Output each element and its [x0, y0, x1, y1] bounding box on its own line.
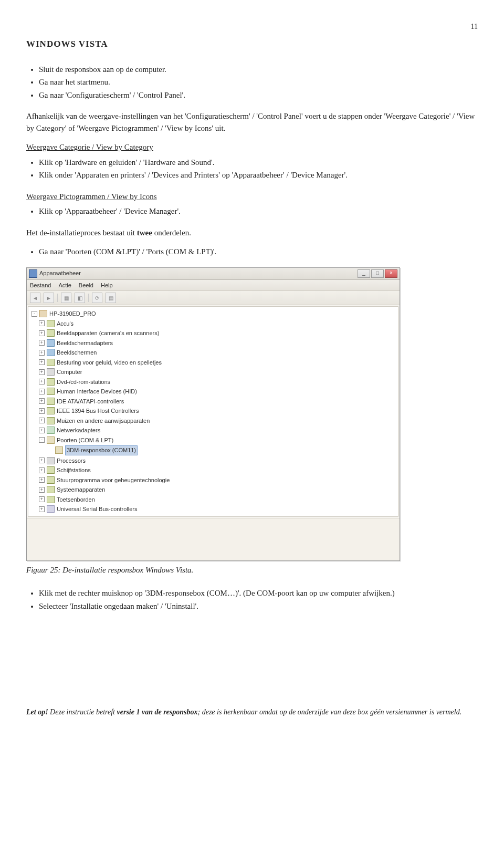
list-item: Ga naar 'Configuratiescherm' / 'Control …	[39, 89, 478, 101]
expand-icon[interactable]: +	[39, 496, 45, 502]
device-icon	[47, 388, 55, 395]
app-icon	[29, 269, 37, 278]
intro-bullet-list: Sluit de responsbox aan op de computer. …	[26, 64, 478, 101]
tree-node[interactable]: +Dvd-/cd-rom-stations	[29, 377, 397, 387]
page-number: 11	[26, 21, 478, 32]
tree-label: Besturing voor geluid, video en spelletj…	[57, 358, 162, 367]
list-item: Ga naar 'Poorten (COM &LPT)' / 'Ports (C…	[39, 246, 478, 258]
expand-icon[interactable]: +	[39, 418, 45, 423]
expand-icon[interactable]: +	[39, 428, 45, 433]
expand-icon[interactable]: +	[39, 359, 45, 365]
device-icon	[47, 417, 55, 424]
tree-node[interactable]: +Muizen en andere aanwijsapparaten	[29, 416, 397, 426]
expand-icon[interactable]: +	[39, 506, 45, 512]
expand-icon[interactable]: +	[39, 408, 45, 414]
toolbar: ◄ ► ▦ ◧ ⟳ ▤	[27, 291, 400, 305]
tree-root[interactable]: - HP-3190ED_PRO	[29, 309, 397, 319]
expand-icon[interactable]: -	[39, 437, 45, 443]
expand-icon[interactable]: +	[39, 340, 45, 346]
computer-icon	[39, 310, 47, 317]
tree-node[interactable]: +Systeemapparaten	[29, 485, 397, 495]
tree-label: Poorten (COM & LPT)	[57, 436, 113, 445]
close-button[interactable]: ×	[385, 269, 397, 278]
toolbar-icon[interactable]: ▦	[61, 293, 71, 303]
tree-label: Universal Serial Bus-controllers	[57, 505, 137, 514]
tree-node[interactable]: +Processors	[29, 456, 397, 466]
device-icon	[47, 339, 55, 347]
two-parts-line: Het de-installatieproces bestaat uit twe…	[26, 227, 478, 239]
menu-action[interactable]: Actie	[58, 281, 71, 290]
tree-label: 3DM-responsbox (COM11)	[65, 445, 138, 455]
ports-bullet-list: Ga naar 'Poorten (COM &LPT)' / 'Ports (C…	[26, 246, 478, 258]
device-icon	[47, 476, 55, 484]
list-item: Ga naar het startmenu.	[39, 76, 478, 88]
menu-file[interactable]: Bestand	[30, 281, 51, 290]
tree-node[interactable]: +IEEE 1394 Bus Host Controllers	[29, 406, 397, 416]
expand-icon[interactable]: +	[39, 379, 45, 384]
list-item: Klik onder 'Apparaten en printers' / 'De…	[39, 169, 478, 181]
tree-node[interactable]: +Beeldschermen	[29, 348, 397, 358]
menu-help[interactable]: Help	[101, 281, 113, 290]
tree-node[interactable]: +Beeldschermadapters	[29, 338, 397, 348]
tree-label: Beeldschermadapters	[57, 339, 113, 348]
tree-label: Muizen en andere aanwijsapparaten	[57, 417, 150, 425]
device-icon	[47, 466, 55, 474]
view-by-icons-heading: Weergave Pictogrammen / View by Icons	[26, 191, 478, 203]
menubar: Bestand Actie Beeld Help	[27, 280, 400, 292]
device-icon	[47, 505, 55, 513]
tree-label: Toetsenborden	[57, 495, 95, 504]
window-title: Apparaatbeheer	[39, 269, 81, 278]
forward-button[interactable]: ►	[44, 293, 54, 303]
expand-icon[interactable]: +	[39, 458, 45, 463]
collapse-icon[interactable]: -	[32, 311, 37, 317]
maximize-button[interactable]: □	[371, 269, 384, 278]
tree-node[interactable]: +Universal Serial Bus-controllers	[29, 504, 397, 514]
device-icon	[47, 349, 55, 356]
tree-node[interactable]: +Toetsenborden	[29, 495, 397, 505]
expand-icon[interactable]: +	[39, 487, 45, 493]
tree-label: Dvd-/cd-rom-stations	[57, 378, 110, 387]
tree-node[interactable]: +Computer	[29, 367, 397, 377]
expand-icon[interactable]: +	[39, 398, 45, 404]
device-icon	[47, 329, 55, 337]
device-icon	[47, 436, 55, 444]
expand-icon[interactable]: +	[39, 330, 45, 336]
tree-node[interactable]: +IDE ATA/ATAPI-controllers	[29, 397, 397, 407]
view-by-category-heading: Weergave Categorie / View by Category	[26, 141, 478, 153]
tree-label: Processors	[57, 456, 86, 465]
back-button[interactable]: ◄	[30, 293, 40, 303]
tree-label: Accu's	[57, 319, 74, 328]
figure-caption: Figuur 25: De-installatie responsbox Win…	[26, 564, 478, 576]
tree-node[interactable]: -Poorten (COM & LPT)	[29, 435, 397, 445]
tree-node[interactable]: +Besturing voor geluid, video en spellet…	[29, 358, 397, 368]
list-item: Klik op 'Hardware en geluiden' / 'Hardwa…	[39, 157, 478, 169]
toolbar-icon[interactable]: ▤	[106, 293, 116, 303]
tree-node[interactable]: +Netwerkadapters	[29, 425, 397, 435]
text: onderdelen.	[152, 228, 191, 237]
expand-icon[interactable]: +	[39, 389, 45, 394]
tree-node[interactable]: +Schijfstations	[29, 465, 397, 475]
expand-icon[interactable]: +	[39, 477, 45, 483]
footnote: Let op! Deze instructie betreft versie 1…	[26, 706, 478, 718]
tree-node[interactable]: +Stuurprogramma voor geheugentechnologie	[29, 475, 397, 485]
device-icon	[47, 359, 55, 366]
expand-icon[interactable]: +	[39, 467, 45, 473]
expand-icon[interactable]: +	[39, 350, 45, 356]
tree-node[interactable]: +Accu's	[29, 319, 397, 329]
tree-label: Human Interface Devices (HID)	[57, 387, 137, 396]
tree-label: Schijfstations	[57, 466, 91, 475]
device-tree: - HP-3190ED_PRO +Accu's+Beeldapparaten (…	[28, 306, 398, 517]
minimize-button[interactable]: _	[358, 269, 370, 278]
menu-view[interactable]: Beeld	[79, 281, 93, 290]
toolbar-icon[interactable]: ◧	[75, 293, 85, 303]
expand-icon[interactable]: +	[39, 320, 45, 326]
device-icon	[47, 486, 55, 493]
tree-node[interactable]: +Beeldapparaten (camera's en scanners)	[29, 328, 397, 338]
tree-label: Stuurprogramma voor geheugentechnologie	[57, 476, 170, 485]
refresh-button[interactable]: ⟳	[92, 293, 102, 303]
tree-node[interactable]: +Human Interface Devices (HID)	[29, 387, 397, 397]
tree-label: IEEE 1394 Bus Host Controllers	[57, 407, 139, 415]
expand-icon[interactable]: +	[39, 369, 45, 375]
heading-windows-vista: WINDOWS VISTA	[26, 37, 478, 51]
tree-node-child[interactable]: 3DM-responsbox (COM11)	[29, 445, 397, 456]
